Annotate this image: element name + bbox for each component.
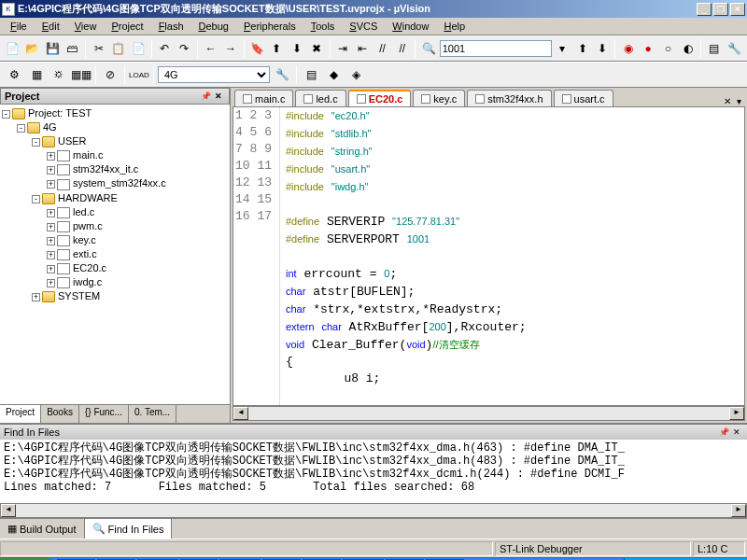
new-button[interactable]: 📄 [4,38,21,59]
menu-debug[interactable]: Debug [192,20,235,33]
panel-tab[interactable]: {} Func... [79,405,129,423]
tree-expander[interactable]: + [47,209,55,217]
target-select[interactable]: 4G [158,66,270,83]
tree-expander[interactable]: - [17,124,25,133]
tree-node[interactable]: +main.c [2,148,228,162]
redo-button[interactable]: ↷ [176,38,193,59]
tree-node[interactable]: +system_stm32f4xx.c [2,176,228,190]
find-dropdown[interactable]: ▾ [554,38,571,59]
cut-button[interactable]: ✂ [90,38,107,59]
tree-expander[interactable]: + [47,237,55,245]
tree-expander[interactable]: + [47,152,55,161]
tree-expander[interactable]: + [47,279,55,287]
bm-clear-button[interactable]: ✖ [307,38,325,59]
config-button[interactable]: 🔧 [726,38,743,59]
bm-prev-button[interactable]: ⬆ [268,38,286,59]
options-button[interactable]: 🔧 [272,64,292,85]
tree-node[interactable]: -HARDWARE [2,191,228,205]
menu-view[interactable]: View [68,20,104,33]
tree-node[interactable]: +iwdg.c [2,275,228,289]
menu-flash[interactable]: Flash [152,20,190,33]
menu-help[interactable]: Help [437,20,472,33]
output-tab[interactable]: 🔍Find In Files [85,519,173,539]
tree-expander[interactable]: - [32,138,40,147]
close-button[interactable]: ✕ [730,3,745,16]
save-all-button[interactable]: 🗃 [63,38,81,59]
nav-back-button[interactable]: ← [202,38,219,59]
output-tab[interactable]: ▦Build Output [0,519,85,539]
scroll-right-icon[interactable]: ► [729,407,744,420]
code-content[interactable]: #include "ec20.h" #include "stdlib.h" #i… [280,107,744,405]
project-tree[interactable]: -Project: TEST-4G-USER+main.c+stm32f4xx_… [0,105,230,404]
indent-button[interactable]: ⇥ [334,38,352,59]
tree-node[interactable]: +exti.c [2,247,228,261]
find-pin-icon[interactable]: 📌 [717,426,730,439]
undo-button[interactable]: ↶ [156,38,174,59]
find-results[interactable]: E:\4GPIC程序代码\4G图像TCP双向透明传输SOCKET数据\FWLIB… [0,440,747,503]
bp-list-button[interactable]: ◐ [679,38,697,59]
file-tab[interactable]: main.c [234,90,293,106]
menu-file[interactable]: File [4,20,34,33]
find-hscrollbar[interactable]: ◄ ► [0,503,747,518]
stop-build-button[interactable]: ⊘ [100,64,120,85]
pack-button[interactable]: ◈ [345,64,366,85]
tree-node[interactable]: -4G [2,120,228,134]
download-button[interactable]: LOAD [129,64,149,85]
menu-window[interactable]: Window [386,20,435,33]
scroll-left-icon[interactable]: ◄ [1,504,16,517]
panel-tab[interactable]: Books [41,405,79,423]
debug-button[interactable]: ◉ [619,38,637,59]
uncomment-button[interactable]: // [393,38,411,59]
tree-node[interactable]: -Project: TEST [2,106,228,120]
outdent-button[interactable]: ⇤ [354,38,372,59]
build-button[interactable]: ▦ [26,64,47,85]
breakpoint-button[interactable]: ● [640,38,657,59]
window-button[interactable]: ▤ [705,38,723,59]
tree-expander[interactable]: + [47,223,55,231]
tree-node[interactable]: +EC20.c [2,261,228,275]
panel-tab[interactable]: 0. Tem... [129,405,176,423]
manage-button[interactable]: ▤ [301,64,321,85]
tree-expander[interactable]: + [47,251,55,259]
find-close-icon[interactable]: ✕ [730,426,743,439]
tree-expander[interactable]: + [47,265,55,273]
bm-next-button[interactable]: ⬇ [288,38,305,59]
file-tab[interactable]: usart.c [554,90,613,106]
tree-node[interactable]: +stm32f4xx_it.c [2,162,228,176]
tree-expander[interactable]: + [47,166,55,175]
menu-peripherals[interactable]: Peripherals [237,20,303,33]
menu-svcs[interactable]: SVCS [343,20,384,33]
menu-project[interactable]: Project [105,20,149,33]
panel-tab[interactable]: Project [0,405,41,423]
open-button[interactable]: 📂 [23,38,41,59]
editor-hscrollbar[interactable]: ◄ ► [233,406,745,421]
maximize-button[interactable]: ❐ [713,3,728,16]
file-tab[interactable]: led.c [295,90,345,106]
translate-button[interactable]: ⚙ [4,64,24,85]
tab-menu-icon[interactable]: ▾ [735,96,743,106]
tab-close-icon[interactable]: ✕ [722,96,733,106]
panel-pin-icon[interactable]: 📌 [199,90,212,103]
tree-expander[interactable]: + [47,180,55,189]
panel-close-icon[interactable]: ✕ [212,90,225,103]
batch-build-button[interactable]: ▦▦ [71,64,92,85]
minimize-button[interactable]: _ [697,3,712,16]
file-tab[interactable]: EC20.c [348,90,412,106]
tree-expander[interactable]: + [32,293,40,301]
tree-expander[interactable]: - [32,195,40,203]
find-prev-button[interactable]: ⬆ [573,38,591,59]
save-button[interactable]: 💾 [43,38,61,59]
menu-edit[interactable]: Edit [35,20,66,33]
tree-node[interactable]: +led.c [2,205,228,219]
tree-node[interactable]: -USER [2,134,228,148]
tree-node[interactable]: +key.c [2,233,228,247]
nav-fwd-button[interactable]: → [221,38,239,59]
file-tab[interactable]: key.c [413,90,465,106]
bp-toggle-button[interactable]: ○ [659,38,677,59]
paste-button[interactable]: 📄 [129,38,147,59]
copy-button[interactable]: 📋 [109,38,127,59]
scroll-right-icon[interactable]: ► [731,504,746,517]
scroll-left-icon[interactable]: ◄ [233,407,248,420]
rebuild-button[interactable]: ⛭ [49,64,69,85]
books-button[interactable]: ◆ [323,64,344,85]
